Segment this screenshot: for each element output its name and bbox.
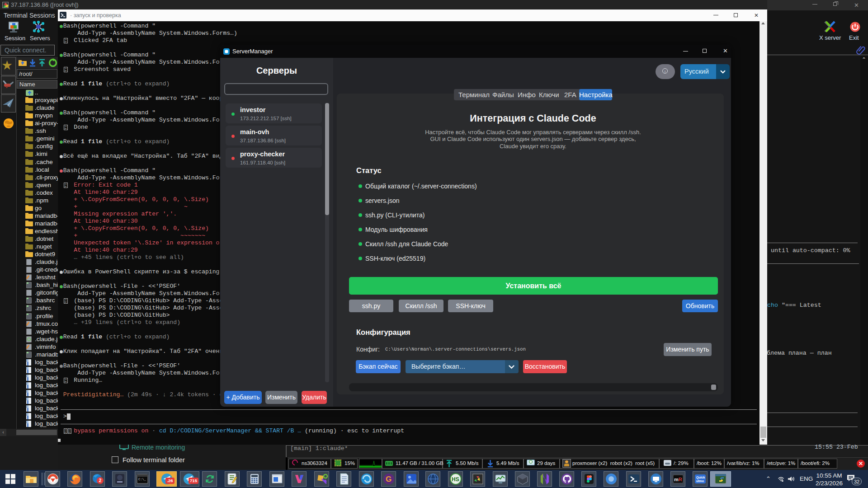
svg-text:C:\_: C:\_ — [138, 478, 146, 481]
svg-text:mR: mR — [674, 477, 682, 482]
svg-text:Quick: Quick — [696, 476, 705, 479]
svg-text:utmo: utmo — [696, 479, 704, 483]
svg-text:HS: HS — [452, 476, 459, 483]
svg-text:G: G — [386, 475, 392, 483]
